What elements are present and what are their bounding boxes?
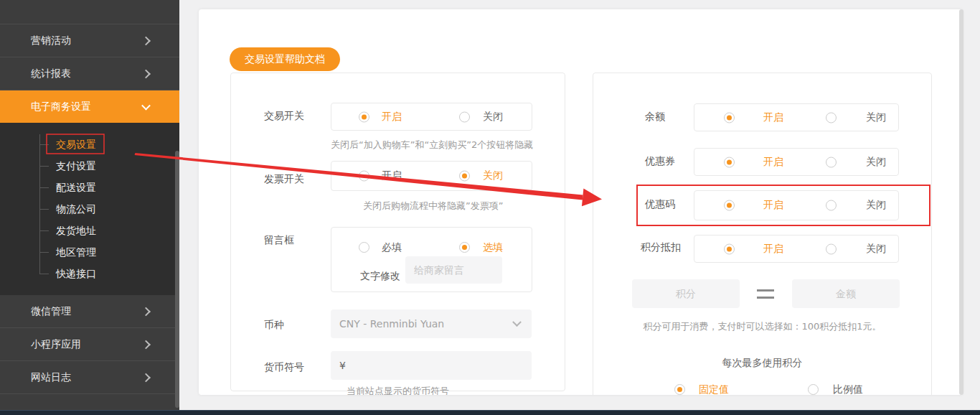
max-points-title: 每次最多使用积分 xyxy=(593,357,931,370)
sidebar-submenu: 交易设置 支付设置 配送设置 物流公司 发货地址 地区管理 快递接口 xyxy=(0,123,179,295)
coupon-on-radio[interactable] xyxy=(724,157,735,167)
invoice-switch-off-radio[interactable] xyxy=(459,171,470,182)
points-input[interactable] xyxy=(632,279,740,308)
sidebar-item-delivery-settings[interactable]: 配送设置 xyxy=(0,177,179,198)
sidebar-item-payment-settings[interactable]: 支付设置 xyxy=(0,155,179,177)
promo-code-on-label[interactable]: 开启 xyxy=(763,199,783,212)
currency-select[interactable]: CNY - Renminbi Yuan xyxy=(331,309,532,338)
sidebar-item-label: 统计报表 xyxy=(31,67,71,79)
sidebar-item-label: 电子商务设置 xyxy=(31,101,91,112)
invoice-switch-on-label[interactable]: 开启 xyxy=(382,169,402,182)
sidebar-item-label: 营销活动 xyxy=(31,34,71,46)
sidebar-item-trade-settings[interactable]: 交易设置 xyxy=(0,134,179,155)
ratio-value-label[interactable]: 比例值 xyxy=(833,383,863,395)
sidebar-item-shipping-address[interactable]: 发货地址 xyxy=(0,220,179,241)
chevron-right-icon xyxy=(141,36,151,45)
chevron-right-icon xyxy=(141,340,151,349)
sidebar-top-spacer xyxy=(0,0,179,24)
currency-symbol-input[interactable] xyxy=(331,351,532,380)
points-deduction-label: 积分抵扣 xyxy=(641,241,681,254)
points-deduction-off-radio[interactable] xyxy=(826,243,837,254)
currency-label: 币种 xyxy=(264,319,284,332)
coupon-switch-group: 开启 关闭 xyxy=(694,148,899,176)
promo-code-on-radio[interactable] xyxy=(724,200,735,211)
promo-code-off-radio[interactable] xyxy=(826,200,837,211)
chevron-right-icon xyxy=(141,307,151,316)
message-text-edit-label: 文字修改 xyxy=(360,270,400,283)
coupon-off-radio[interactable] xyxy=(826,157,837,167)
trade-switch-off-label[interactable]: 关闭 xyxy=(483,111,503,123)
message-optional-label[interactable]: 选填 xyxy=(483,241,503,254)
coupon-off-label[interactable]: 关闭 xyxy=(866,156,886,169)
points-deduction-on-radio[interactable] xyxy=(724,243,735,254)
fixed-value-label[interactable]: 固定值 xyxy=(699,383,729,395)
points-deduction-switch-group: 开启 关闭 xyxy=(694,235,899,263)
points-usage-hint: 积分可用于消费，支付时可以选择如：100积分抵扣1元。 xyxy=(593,320,931,333)
balance-off-label[interactable]: 关闭 xyxy=(866,111,886,124)
settings-content-card: 交易设置帮助文档 交易开关 开启 关闭 关闭后“加入购物车”和“立刻购买”2个按… xyxy=(199,9,963,395)
promo-code-switch-group: 开启 关闭 xyxy=(694,190,899,220)
sidebar-item-label: 微信管理 xyxy=(31,305,71,317)
invoice-switch-label: 发票开关 xyxy=(264,173,304,186)
sidebar-item-site-logs[interactable]: 网站日志 xyxy=(0,361,179,394)
currency-symbol-hint: 当前站点显示的货币符号 xyxy=(231,385,565,395)
sidebar-item-ecommerce-settings[interactable]: 电子商务设置 xyxy=(0,90,179,123)
balance-on-radio[interactable] xyxy=(724,112,735,123)
sidebar-item-wechat[interactable]: 微信管理 xyxy=(0,295,179,328)
fixed-value-radio[interactable] xyxy=(674,384,685,395)
balance-switch-group: 开启 关闭 xyxy=(694,103,899,131)
sidebar-item-marketing[interactable]: 营销活动 xyxy=(0,24,179,57)
message-box-group: 必填 选填 文字修改 xyxy=(331,227,532,292)
message-text-input[interactable] xyxy=(405,256,502,284)
currency-select-value: CNY - Renminbi Yuan xyxy=(339,318,444,330)
trade-switch-hint: 关闭后“加入购物车”和“立刻购买”2个按钮将隐藏 xyxy=(331,139,533,151)
invoice-switch-off-label[interactable]: 关闭 xyxy=(483,169,503,182)
points-deduction-off-label[interactable]: 关闭 xyxy=(866,243,886,256)
sidebar-item-region-management[interactable]: 地区管理 xyxy=(0,241,179,263)
trade-settings-help-button[interactable]: 交易设置帮助文档 xyxy=(230,47,340,71)
taskbar-edge xyxy=(0,410,980,415)
trade-switch-off-radio[interactable] xyxy=(459,111,470,122)
sidebar-item-label: 网站日志 xyxy=(31,371,71,383)
invoice-switch-group: 开启 关闭 xyxy=(331,161,532,191)
balance-on-label[interactable]: 开启 xyxy=(763,111,783,124)
message-required-radio[interactable] xyxy=(359,242,369,253)
sidebar-item-reports[interactable]: 统计报表 xyxy=(0,57,179,90)
trade-switch-group: 开启 关闭 xyxy=(331,103,532,131)
content-scrollbar[interactable] xyxy=(959,9,963,395)
ratio-value-radio[interactable] xyxy=(808,384,819,395)
invoice-switch-on-radio[interactable] xyxy=(359,171,369,182)
trade-switch-on-label[interactable]: 开启 xyxy=(382,111,402,123)
trade-settings-panel: 交易开关 开启 关闭 关闭后“加入购物车”和“立刻购买”2个按钮将隐藏 发票开关… xyxy=(230,73,565,391)
trade-switch-on-radio[interactable] xyxy=(359,111,369,122)
coupon-label: 优惠券 xyxy=(645,155,675,168)
chevron-right-icon xyxy=(141,69,151,78)
invoice-switch-hint: 关闭后购物流程中将隐藏”发票项” xyxy=(363,200,503,213)
chevron-down-icon xyxy=(141,101,151,110)
promo-code-label: 优惠码 xyxy=(645,198,675,211)
balance-off-radio[interactable] xyxy=(826,112,837,123)
sidebar-item-logistics-company[interactable]: 物流公司 xyxy=(0,198,179,220)
message-required-label[interactable]: 必填 xyxy=(382,241,402,254)
equals-icon xyxy=(757,289,774,299)
chevron-down-icon xyxy=(512,317,522,327)
promotion-settings-panel: 余额 开启 关闭 优惠券 开启 关闭 优惠码 开启 关闭 积分抵扣 开启 关闭 xyxy=(593,73,932,395)
balance-label: 余额 xyxy=(645,111,665,123)
coupon-on-label[interactable]: 开启 xyxy=(763,156,783,169)
sidebar-item-label: 小程序应用 xyxy=(31,338,81,350)
sidebar: 营销活动 统计报表 电子商务设置 交易设置 支付设置 配送设置 物流公司 发货地… xyxy=(0,0,179,415)
currency-symbol-label: 货币符号 xyxy=(264,361,304,374)
trade-switch-label: 交易开关 xyxy=(264,110,304,123)
message-optional-radio[interactable] xyxy=(459,242,470,253)
points-deduction-on-label[interactable]: 开启 xyxy=(763,243,783,256)
sidebar-item-express-api[interactable]: 快递接口 xyxy=(0,263,179,284)
chevron-right-icon xyxy=(141,373,151,382)
promo-code-off-label[interactable]: 关闭 xyxy=(866,199,886,212)
message-box-label: 留言框 xyxy=(264,234,294,247)
amount-input[interactable] xyxy=(792,279,900,308)
sidebar-scrollbar[interactable] xyxy=(175,151,179,408)
sidebar-item-miniprogram[interactable]: 小程序应用 xyxy=(0,328,179,361)
